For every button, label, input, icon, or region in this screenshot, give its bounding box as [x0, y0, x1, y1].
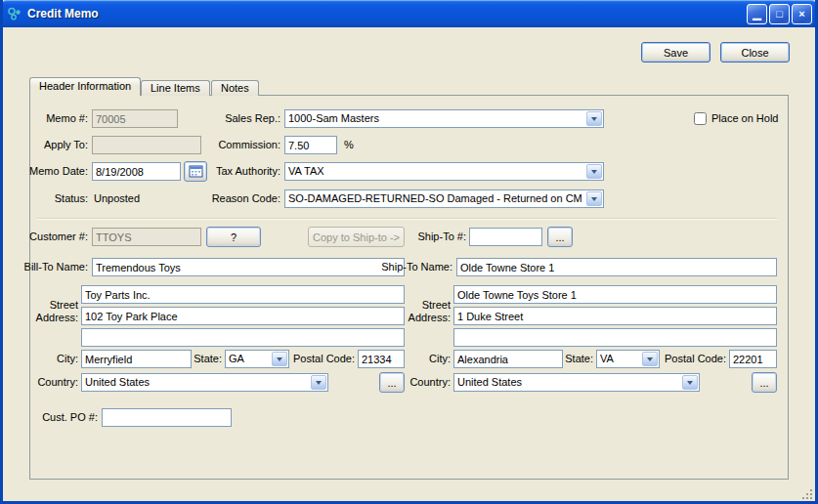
commission-label: Commission: — [202, 136, 280, 154]
bill-to-name-input[interactable] — [92, 258, 405, 276]
ship-to-country-label: Country: — [382, 373, 451, 392]
customer-number-label: Customer #: — [10, 228, 88, 246]
reason-code-select[interactable]: SO-DAMAGED-RETURNED-SO Damaged - Returne… — [284, 189, 604, 208]
bill-to-city-input[interactable] — [81, 350, 192, 368]
close-icon: × — [798, 8, 804, 20]
ship-to-name-label: Ship-To Name: — [374, 258, 452, 276]
chevron-down-icon — [642, 352, 658, 366]
title-bar[interactable]: Credit Memo — [0, 0, 818, 27]
close-window-button[interactable]: × — [792, 4, 812, 24]
memo-date-input[interactable] — [92, 162, 181, 181]
bill-to-street1-input[interactable] — [81, 285, 405, 304]
resize-grip[interactable] — [802, 489, 813, 500]
chevron-down-icon — [586, 111, 602, 126]
bill-to-country-label: Country: — [10, 373, 78, 392]
bill-to-street2-input[interactable] — [81, 307, 405, 325]
chevron-down-icon — [311, 375, 326, 390]
ship-to-street3-input[interactable] — [453, 328, 777, 347]
ship-to-state-label: State: — [564, 350, 593, 368]
bill-to-city-label: City: — [10, 350, 78, 368]
ship-to-city-input[interactable] — [453, 350, 563, 368]
ship-to-state-select[interactable]: VA — [596, 350, 660, 368]
window-title: Credit Memo — [27, 7, 99, 21]
bill-to-postal-label: Postal Code: — [293, 350, 355, 368]
ship-to-postal-input[interactable] — [729, 350, 777, 368]
ship-to-street2-input[interactable] — [453, 307, 777, 325]
memo-number-input[interactable] — [92, 109, 178, 128]
ship-to-country-browse-button[interactable]: ... — [752, 372, 777, 393]
maximize-button[interactable]: □ — [769, 4, 790, 24]
tax-authority-select[interactable]: VA TAX — [284, 162, 604, 181]
chevron-down-icon — [682, 375, 698, 390]
section-divider — [37, 218, 777, 220]
memo-date-label: Memo Date: — [10, 162, 88, 181]
chevron-down-icon — [586, 191, 602, 206]
status-label: Status: — [10, 189, 88, 208]
ship-to-street-label: Street Address: — [382, 299, 451, 324]
ship-to-postal-label: Postal Code: — [665, 350, 726, 368]
sales-rep-select[interactable]: 1000-Sam Masters — [284, 109, 604, 128]
commission-unit: % — [344, 136, 354, 154]
sales-rep-value: 1000-Sam Masters — [285, 110, 585, 127]
cust-po-label: Cust. PO #: — [20, 408, 98, 427]
status-value: Unposted — [94, 189, 140, 208]
ship-to-state-value: VA — [597, 351, 641, 367]
bill-to-street3-input[interactable] — [81, 328, 405, 347]
apply-to-input[interactable] — [92, 136, 201, 154]
status-bar — [3, 490, 815, 501]
customer-lookup-button[interactable]: ? — [206, 227, 261, 247]
ship-to-number-label: Ship-To #: — [388, 228, 466, 246]
memo-number-label: Memo #: — [10, 109, 88, 128]
tax-authority-value: VA TAX — [285, 163, 585, 180]
commission-input[interactable] — [284, 136, 337, 154]
place-on-hold-checkbox[interactable] — [694, 112, 707, 125]
calendar-icon — [189, 168, 203, 180]
ship-to-street1-input[interactable] — [453, 285, 777, 304]
bill-to-country-select[interactable]: United States — [81, 373, 328, 392]
maximize-icon: □ — [776, 8, 783, 20]
reason-code-value: SO-DAMAGED-RETURNED-SO Damaged - Returne… — [285, 190, 585, 207]
ship-to-number-input[interactable] — [469, 228, 542, 246]
sales-rep-label: Sales Rep.: — [202, 109, 280, 128]
bill-to-state-select[interactable]: GA — [225, 350, 289, 368]
credit-memo-window: Credit Memo ▁ □ × Save Close Header Info… — [0, 0, 818, 504]
ship-to-country-select[interactable]: United States — [453, 373, 700, 392]
cust-po-input[interactable] — [102, 408, 232, 427]
window-controls: ▁ □ × — [745, 4, 812, 24]
bill-to-state-label: State: — [193, 350, 222, 368]
ship-to-city-label: City: — [382, 350, 451, 368]
bill-to-street-label: Street Address: — [10, 299, 78, 324]
bill-to-name-label: Bill-To Name: — [10, 258, 88, 276]
bill-to-country-value: United States — [82, 374, 310, 391]
minimize-icon: ▁ — [753, 8, 760, 20]
reason-code-label: Reason Code: — [202, 189, 280, 208]
ship-to-name-input[interactable] — [456, 258, 777, 276]
chevron-down-icon — [586, 164, 602, 179]
bill-to-state-value: GA — [226, 351, 271, 367]
ship-to-browse-button[interactable]: ... — [547, 227, 573, 247]
minimize-button[interactable]: ▁ — [747, 4, 767, 24]
ship-to-country-value: United States — [454, 374, 681, 391]
apply-to-label: Apply To: — [10, 136, 88, 154]
place-on-hold-label: Place on Hold — [711, 109, 779, 128]
chevron-down-icon — [272, 352, 287, 366]
app-icon — [7, 6, 22, 21]
customer-number-input[interactable] — [92, 228, 201, 246]
tax-authority-label: Tax Authority: — [202, 162, 280, 181]
